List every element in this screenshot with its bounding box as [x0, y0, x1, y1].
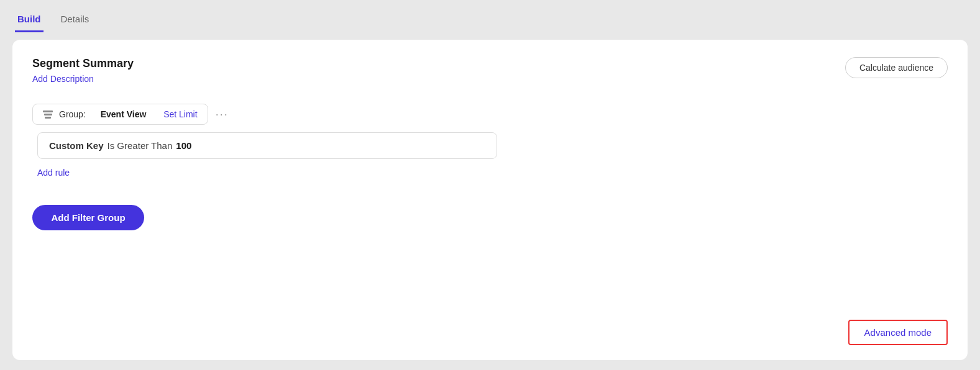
rule-row[interactable]: Custom Key Is Greater Than 100 [37, 132, 497, 159]
header-row: Segment Summary Add Description Calculat… [32, 57, 948, 84]
segment-info: Segment Summary Add Description [32, 57, 134, 84]
group-label-box[interactable]: Group: Event View Set Limit [32, 104, 208, 125]
tab-build[interactable]: Build [15, 9, 44, 32]
more-options-icon[interactable]: ··· [216, 108, 229, 121]
add-rule-link[interactable]: Add rule [37, 168, 948, 178]
rule-value-label: 100 [176, 140, 191, 151]
content-area: Group: Event View Set Limit ··· Custom K… [32, 104, 948, 343]
rule-condition-label: Is Greater Than [108, 140, 173, 151]
group-row: Group: Event View Set Limit ··· [32, 104, 948, 125]
add-filter-group-button[interactable]: Add Filter Group [32, 205, 144, 230]
tab-details[interactable]: Details [58, 9, 92, 32]
layers-icon [43, 111, 53, 119]
group-container: Group: Event View Set Limit ··· Custom K… [32, 104, 948, 192]
main-card: Segment Summary Add Description Calculat… [12, 40, 968, 360]
add-description-link[interactable]: Add Description [32, 74, 134, 84]
group-prefix-label: Group: [59, 109, 86, 119]
tabs-bar: Build Details [0, 0, 980, 32]
calculate-audience-button[interactable]: Calculate audience [845, 57, 948, 78]
page-container: Build Details Segment Summary Add Descri… [0, 0, 980, 370]
segment-summary-title: Segment Summary [32, 57, 134, 70]
advanced-mode-button[interactable]: Advanced mode [848, 320, 948, 345]
rule-key-label: Custom Key [49, 140, 104, 151]
set-limit-link[interactable]: Set Limit [163, 109, 197, 119]
group-name-label: Event View [101, 109, 147, 119]
